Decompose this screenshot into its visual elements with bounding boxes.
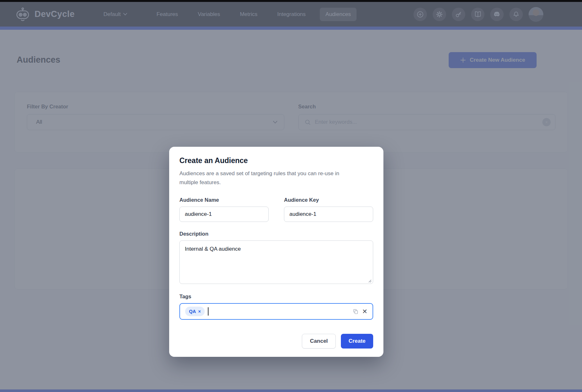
description-label: Description [179,231,373,237]
create-audience-modal: Create an Audience Audiences are a saved… [169,147,383,357]
audience-name-label: Audience Name [179,197,269,203]
create-button[interactable]: Create [341,334,373,349]
tags-input[interactable]: QA × ✕ [179,303,373,320]
tag-chip-label: QA [189,309,196,314]
modal-footer: Cancel Create [179,334,373,349]
description-group: Description Internal & QA audience [179,231,373,285]
resize-handle-icon[interactable] [367,278,372,283]
name-key-row: Audience Name Audience Key [179,197,373,222]
audience-name-group: Audience Name [179,197,269,222]
tags-label: Tags [179,294,373,300]
audience-key-input[interactable] [284,207,373,222]
modal-description: Audiences are a saved set of targeting r… [179,169,356,187]
tags-group: Tags QA × ✕ [179,294,373,320]
app-screen: DevCycle Default Features Variables Metr… [0,0,582,392]
audience-key-group: Audience Key [284,197,373,222]
cancel-button[interactable]: Cancel [302,334,336,349]
tag-chip: QA × [185,307,205,316]
audience-name-input[interactable] [179,207,269,222]
window-chrome-strip [0,0,582,2]
audience-key-label: Audience Key [284,197,373,203]
copy-icon[interactable] [352,308,359,315]
description-textarea-wrap: Internal & QA audience [179,240,373,285]
tag-remove-icon[interactable]: × [198,309,201,314]
modal-title: Create an Audience [179,156,373,165]
text-caret [208,307,208,316]
tags-clear-icon[interactable]: ✕ [362,308,367,315]
description-textarea[interactable]: Internal & QA audience [179,240,373,284]
